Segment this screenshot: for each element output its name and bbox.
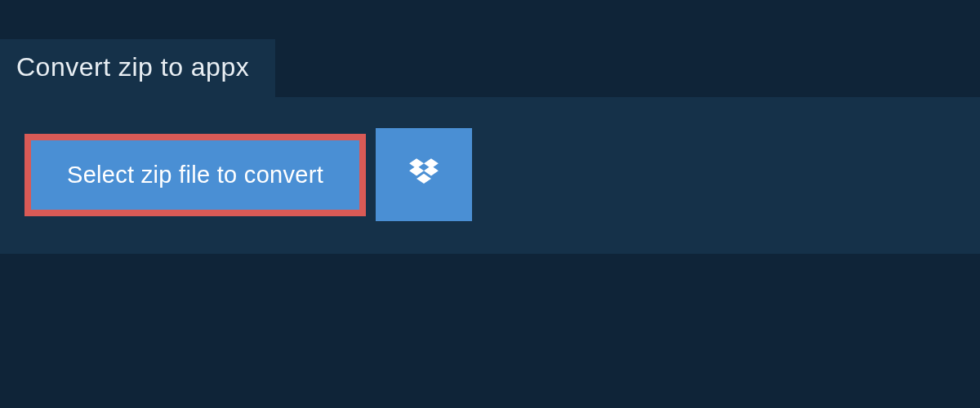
select-file-button[interactable]: Select zip file to convert (24, 134, 366, 216)
tab-convert[interactable]: Convert zip to appx (0, 39, 275, 97)
dropbox-button[interactable] (376, 128, 472, 221)
dropbox-icon (406, 155, 442, 194)
select-file-button-label: Select zip file to convert (67, 162, 323, 188)
top-spacer (0, 0, 980, 39)
tab-label: Convert zip to appx (16, 52, 249, 82)
converter-panel: Select zip file to convert (0, 97, 980, 254)
tab-bar: Convert zip to appx (0, 39, 980, 97)
